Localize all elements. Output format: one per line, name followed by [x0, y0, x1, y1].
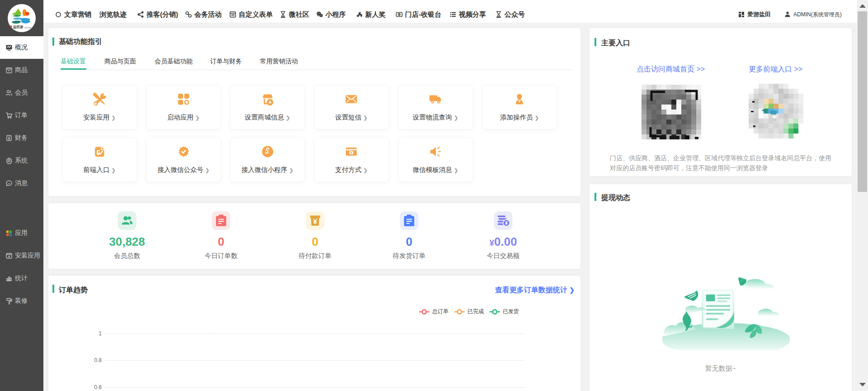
svg-text:V: V	[773, 117, 776, 122]
svg-text:盐田游: 盐田游	[13, 25, 24, 29]
svg-text:YanTian: YanTian	[24, 27, 32, 29]
